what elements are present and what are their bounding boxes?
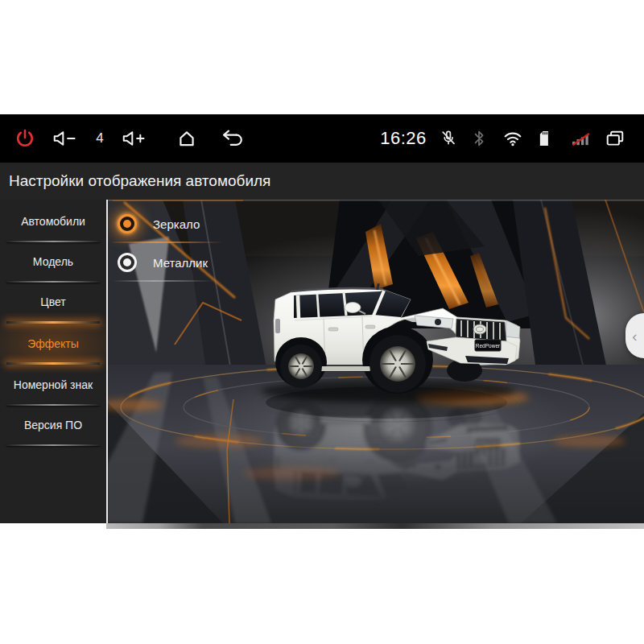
sidebar-divider — [6, 444, 100, 446]
option-divider — [113, 280, 214, 282]
no-signal-icon — [568, 114, 594, 163]
option-label: Зеркало — [153, 217, 200, 231]
sidebar-item-color[interactable]: Цвет — [0, 282, 106, 322]
option-metallic[interactable]: Металлик — [118, 251, 208, 274]
wifi-icon — [501, 114, 525, 163]
radio-unselected-icon[interactable] — [118, 253, 137, 272]
radio-selected-icon[interactable] — [118, 214, 137, 233]
sd-card-icon — [535, 114, 551, 163]
showroom-scene: RedPower — [106, 200, 644, 523]
volume-level: 4 — [90, 114, 109, 163]
home-icon[interactable] — [175, 114, 199, 163]
volume-up-icon[interactable] — [119, 114, 151, 163]
floor-edge — [106, 523, 644, 529]
head-unit-screen: 4 16:26 — [0, 0, 644, 644]
car-badge: RedPower — [476, 343, 501, 349]
clock: 16:26 — [377, 114, 430, 163]
sidebar-item-software[interactable]: Версия ПО — [0, 405, 106, 445]
page-title: Настройки отображения автомобиля — [0, 163, 644, 200]
volume-down-icon[interactable] — [50, 114, 82, 163]
sidebar-item-effects[interactable]: Эффекты — [0, 324, 106, 364]
chevron-left-icon: ‹ — [632, 328, 637, 344]
sidebar-item-plate[interactable]: Номерной знак — [0, 365, 106, 405]
option-label: Металлик — [153, 256, 208, 270]
sidebar-item-model[interactable]: Модель — [0, 242, 106, 282]
bluetooth-icon — [472, 114, 486, 163]
panel-separator — [106, 200, 108, 523]
status-bar: 4 16:26 — [0, 114, 644, 163]
sidebar-item-cars[interactable]: Автомобили — [0, 201, 106, 242]
sidebar: Автомобили Модель Цвет Эффекты Номерной … — [0, 200, 106, 523]
recent-apps-icon[interactable] — [602, 114, 628, 163]
option-divider — [113, 242, 222, 243]
showroom-view[interactable]: RedPower Зеркало Металлик — [106, 200, 644, 523]
option-mirror[interactable]: Зеркало — [118, 213, 200, 235]
back-icon[interactable] — [214, 114, 243, 163]
mic-muted-icon — [438, 114, 459, 163]
power-icon[interactable] — [14, 114, 36, 163]
